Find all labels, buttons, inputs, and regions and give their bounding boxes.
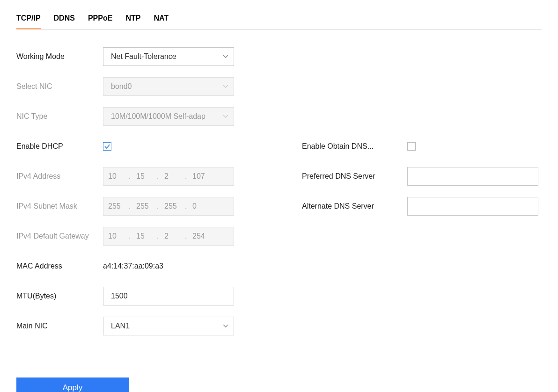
ip-octet: 2 [162, 232, 184, 240]
ip-octet: 15 [134, 232, 156, 240]
main-nic-select[interactable]: LAN1 [103, 317, 234, 335]
select-nic-value: bond0 [111, 82, 132, 91]
tab-ddns[interactable]: DDNS [54, 14, 75, 29]
network-tabs: TCP/IP DDNS PPPoE NTP NAT [16, 14, 542, 29]
ip-octet: 0 [191, 202, 212, 211]
ip-octet: 10 [106, 232, 128, 240]
apply-button[interactable]: Apply [16, 377, 129, 392]
ipv4-gateway-label: IPv4 Default Gateway [16, 232, 103, 240]
nic-type-select: 10M/100M/1000M Self-adap [103, 107, 234, 126]
caret-down-icon [223, 85, 228, 88]
ipv4-gateway-input: 10. 15. 2. 254 [103, 227, 234, 246]
mac-address-label: MAC Address [16, 262, 103, 270]
ipv4-address-input: 10. 15. 2. 107 [103, 167, 234, 186]
caret-down-icon [223, 55, 228, 58]
ipv4-subnet-input: 255. 255. 255. 0 [103, 197, 234, 216]
working-mode-value: Net Fault-Tolerance [111, 52, 176, 61]
tab-nat[interactable]: NAT [154, 14, 169, 29]
preferred-dns-input[interactable] [407, 167, 538, 186]
nic-type-value: 10M/100M/1000M Self-adap [111, 112, 206, 121]
main-nic-value: LAN1 [111, 322, 130, 330]
mac-address-value: a4:14:37:aa:09:a3 [103, 262, 163, 270]
nic-type-label: NIC Type [16, 112, 103, 121]
tab-tcpip[interactable]: TCP/IP [16, 14, 41, 29]
select-nic-label: Select NIC [16, 82, 103, 91]
alternate-dns-input[interactable] [407, 197, 538, 216]
mtu-input[interactable] [103, 287, 234, 305]
enable-dhcp-checkbox[interactable] [103, 142, 111, 151]
tab-ntp[interactable]: NTP [125, 14, 140, 29]
ip-octet: 107 [191, 172, 212, 181]
ip-octet: 2 [162, 172, 184, 181]
ip-octet: 255 [134, 202, 156, 211]
enable-obtain-dns-checkbox[interactable] [407, 142, 416, 151]
preferred-dns-label: Preferred DNS Server [302, 172, 407, 181]
enable-dhcp-label: Enable DHCP [16, 142, 103, 151]
select-nic-select: bond0 [103, 77, 234, 96]
tab-pppoe[interactable]: PPPoE [88, 14, 112, 29]
ip-octet: 10 [106, 172, 128, 181]
ip-octet: 255 [162, 202, 184, 211]
alternate-dns-label: Alternate DNS Server [302, 202, 407, 211]
ipv4-address-label: IPv4 Address [16, 172, 103, 181]
main-nic-label: Main NIC [16, 322, 103, 330]
working-mode-select[interactable]: Net Fault-Tolerance [103, 47, 234, 66]
ipv4-subnet-label: IPv4 Subnet Mask [16, 202, 103, 211]
ip-octet: 254 [191, 232, 212, 240]
working-mode-label: Working Mode [16, 52, 103, 61]
caret-down-icon [223, 325, 228, 327]
ip-octet: 255 [106, 202, 128, 211]
mtu-label: MTU(Bytes) [16, 292, 103, 300]
ip-octet: 15 [134, 172, 156, 181]
caret-down-icon [223, 115, 228, 118]
enable-obtain-dns-label: Enable Obtain DNS... [302, 142, 407, 151]
